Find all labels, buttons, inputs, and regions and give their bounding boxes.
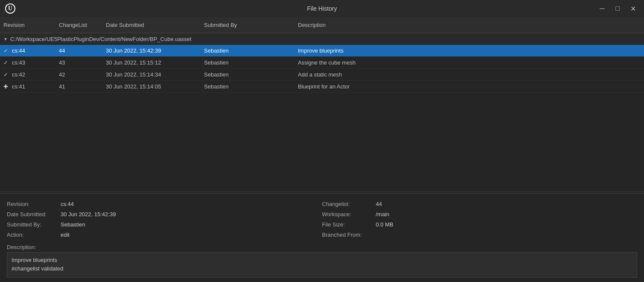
col-header-revision: Revision bbox=[3, 22, 59, 28]
detail-value-action: edit bbox=[61, 230, 70, 240]
detail-row-filesize: File Size: 0.0 MB bbox=[322, 220, 638, 229]
detail-value-revision: cs:44 bbox=[61, 200, 74, 209]
row-status-icon: ✓ bbox=[3, 47, 12, 54]
table-row[interactable]: ✚ cs:41 41 30 Jun 2022, 15:14:05 Sebasti… bbox=[0, 81, 644, 93]
cell-date: 30 Jun 2022, 15:42:39 bbox=[106, 47, 204, 54]
app-logo: U bbox=[5, 3, 15, 14]
maximize-button[interactable]: □ bbox=[612, 3, 624, 15]
detail-value-date: 30 Jun 2022, 15:42:39 bbox=[61, 210, 116, 219]
file-group-header[interactable]: ▼ C:/Workspace/UE5PlasticPluginDev/Conte… bbox=[0, 33, 644, 45]
table-row[interactable]: ✓ cs:44 44 30 Jun 2022, 15:42:39 Sebasti… bbox=[0, 45, 644, 57]
cell-date: 30 Jun 2022, 15:14:34 bbox=[106, 71, 204, 78]
description-box: Improve blueprints #changelist validated bbox=[7, 252, 637, 278]
cell-revision: cs:43 bbox=[12, 59, 59, 66]
detail-label-workspace: Workspace: bbox=[322, 210, 373, 219]
detail-right: Changelist: 44 Workspace: /main File Siz… bbox=[322, 200, 638, 240]
cell-date: 30 Jun 2022, 15:14:05 bbox=[106, 83, 204, 90]
table-row[interactable]: ✓ cs:42 42 30 Jun 2022, 15:14:34 Sebasti… bbox=[0, 69, 644, 81]
cell-changelist: 42 bbox=[59, 71, 106, 78]
col-header-submittedby: Submitted By bbox=[204, 22, 298, 28]
detail-value-workspace: /main bbox=[376, 210, 390, 219]
cell-revision: cs:44 bbox=[12, 47, 59, 54]
row-status-icon: ✓ bbox=[3, 59, 12, 66]
detail-label-changelist: Changelist: bbox=[322, 200, 373, 209]
table-row[interactable]: ✓ cs:43 43 30 Jun 2022, 15:15:12 Sebasti… bbox=[0, 57, 644, 69]
title-bar: U File History ─ □ ✕ bbox=[0, 0, 644, 17]
minimize-button[interactable]: ─ bbox=[596, 3, 608, 15]
detail-row-submittedby: Submitted By: Sebastien bbox=[7, 220, 322, 229]
detail-row-revision: Revision: cs:44 bbox=[7, 200, 322, 209]
description-section: Description: Improve blueprints #changel… bbox=[7, 244, 637, 278]
detail-grid: Revision: cs:44 Date Submitted: 30 Jun 2… bbox=[7, 200, 637, 240]
detail-row-date: Date Submitted: 30 Jun 2022, 15:42:39 bbox=[7, 210, 322, 219]
collapse-icon: ▼ bbox=[3, 37, 8, 41]
detail-row-changelist: Changelist: 44 bbox=[322, 200, 638, 209]
row-status-icon: ✓ bbox=[3, 71, 12, 78]
window-controls: ─ □ ✕ bbox=[596, 3, 639, 15]
window-title: File History bbox=[307, 5, 337, 12]
detail-label-branchedfrom: Branched From: bbox=[322, 230, 373, 240]
cell-changelist: 41 bbox=[59, 83, 106, 90]
file-list: ✓ cs:44 44 30 Jun 2022, 15:42:39 Sebasti… bbox=[0, 45, 644, 192]
detail-row-action: Action: edit bbox=[7, 230, 322, 240]
detail-row-branchedfrom: Branched From: bbox=[322, 230, 638, 240]
cell-submittedby: Sebastien bbox=[204, 83, 298, 90]
detail-label-action: Action: bbox=[7, 230, 58, 240]
cell-revision: cs:41 bbox=[12, 83, 59, 90]
cell-changelist: 43 bbox=[59, 59, 106, 66]
row-status-icon: ✚ bbox=[3, 83, 12, 90]
detail-label-revision: Revision: bbox=[7, 200, 58, 209]
cell-changelist: 44 bbox=[59, 47, 106, 54]
detail-value-filesize: 0.0 MB bbox=[376, 220, 393, 229]
cell-submittedby: Sebastien bbox=[204, 59, 298, 66]
cell-submittedby: Sebastien bbox=[204, 47, 298, 54]
cell-description: Add a static mesh bbox=[298, 71, 641, 78]
upper-panel: Revision ChangeList Date Submitted Submi… bbox=[0, 17, 644, 192]
cell-description: Blueprint for an Actor bbox=[298, 83, 641, 90]
cell-submittedby: Sebastien bbox=[204, 71, 298, 78]
cell-description: Assigne the cube mesh bbox=[298, 59, 641, 66]
lower-panel: Revision: cs:44 Date Submitted: 30 Jun 2… bbox=[0, 194, 644, 282]
detail-label-submittedby: Submitted By: bbox=[7, 220, 58, 229]
detail-label-filesize: File Size: bbox=[322, 220, 373, 229]
detail-left: Revision: cs:44 Date Submitted: 30 Jun 2… bbox=[7, 200, 322, 240]
close-button[interactable]: ✕ bbox=[627, 3, 639, 15]
detail-label-date: Date Submitted: bbox=[7, 210, 58, 219]
col-header-changelist: ChangeList bbox=[59, 22, 106, 28]
column-headers: Revision ChangeList Date Submitted Submi… bbox=[0, 17, 644, 33]
col-header-date: Date Submitted bbox=[106, 22, 204, 28]
detail-value-submittedby: Sebastien bbox=[61, 220, 85, 229]
main-content: Revision ChangeList Date Submitted Submi… bbox=[0, 17, 644, 282]
file-path: C:/Workspace/UE5PlasticPluginDev/Content… bbox=[10, 36, 192, 42]
description-label: Description: bbox=[7, 244, 637, 250]
detail-value-changelist: 44 bbox=[376, 200, 382, 209]
col-header-description: Description bbox=[298, 22, 641, 28]
cell-revision: cs:42 bbox=[12, 71, 59, 78]
cell-description: Improve blueprints bbox=[298, 47, 641, 54]
detail-row-workspace: Workspace: /main bbox=[322, 210, 638, 219]
cell-date: 30 Jun 2022, 15:15:12 bbox=[106, 59, 204, 66]
